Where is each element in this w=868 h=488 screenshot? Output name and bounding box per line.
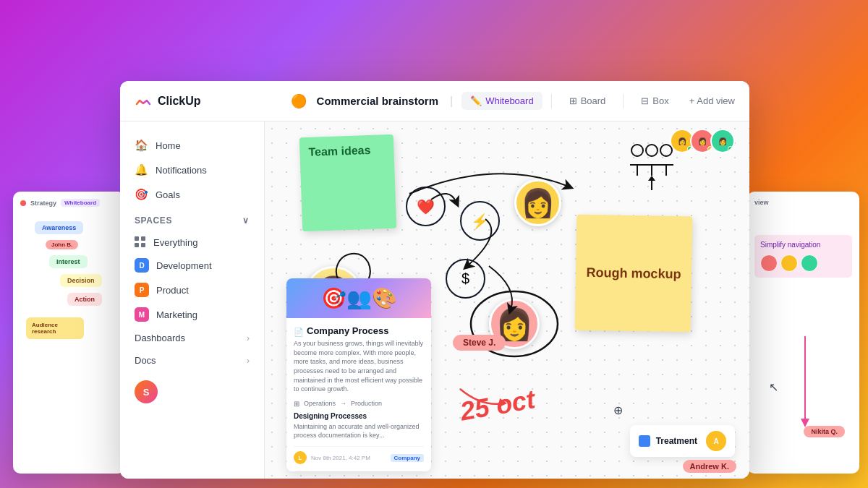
goals-icon: 🎯 (135, 188, 148, 201)
bg-window-left: Strategy Whiteboard Awareness John B. In… (13, 192, 125, 474)
user-avatar[interactable]: S (135, 380, 158, 403)
add-view-bg: view (754, 199, 769, 206)
topbar: ClickUp 🟠 Commercial brainstorm | ✏️ Whi… (120, 81, 749, 121)
spaces-chevron-icon: ∨ (242, 215, 250, 226)
sidebar-item-development[interactable]: D Development (120, 253, 264, 278)
nav-goals[interactable]: 🎯 Goals (120, 182, 264, 207)
sidebar-item-marketing[interactable]: M Marketing (120, 302, 264, 327)
spaces-header: Spaces ∨ (120, 207, 264, 231)
doc-date: Nov 8th 2021, 4:42 PM (311, 455, 370, 461)
sticky-yellow-label: Rough mockup (586, 265, 681, 281)
strategy-icon (20, 200, 26, 206)
flow-awareness: Awareness (35, 221, 83, 234)
treatment-icon (639, 435, 650, 447)
marketing-label: Marketing (156, 309, 197, 320)
whiteboard-icon: ✏️ (470, 95, 482, 106)
svg-point-1 (631, 145, 643, 156)
treatment-label: Treatment (656, 436, 697, 446)
circle-heart: ❤️ (406, 187, 446, 226)
flow-diagram: Awareness John B. Interest Decision Acti… (20, 221, 118, 339)
simplify-text: Simplify navigation (760, 241, 820, 249)
development-dot: D (135, 258, 149, 273)
flow-decision: Decision (60, 274, 102, 287)
tab-box[interactable]: ⊟ Box (632, 92, 677, 110)
nav-notifications[interactable]: 🔔 Notifications (120, 158, 264, 182)
dashboards-chevron-icon: › (247, 333, 250, 343)
tab-separator-1 (551, 94, 552, 108)
sidebar-dashboards[interactable]: Dashboards › (120, 327, 264, 349)
doc-title-row: 📄 Company Process (294, 325, 424, 339)
sticky-green-label: Team ideas (308, 144, 371, 158)
avatar-3: 👩 (710, 129, 735, 153)
topbar-divider: | (450, 95, 453, 108)
sticky-note-green: Team ideas (299, 134, 396, 231)
flow-action: Action (67, 293, 102, 306)
nav-notifications-label: Notifications (156, 165, 207, 176)
add-view-button[interactable]: + Add view (689, 95, 735, 106)
svg-marker-11 (648, 176, 655, 181)
table-icon: ⊞ (294, 400, 299, 408)
circle-dollar: $ (446, 259, 485, 299)
sidebar-item-product[interactable]: P Product (120, 278, 264, 302)
product-label: Product (156, 285, 189, 296)
sidebar-docs[interactable]: Docs › (120, 349, 264, 372)
tab-board-label: Board (581, 95, 606, 106)
everything-label: Everything (153, 237, 197, 248)
simplify-card: Simplify navigation (754, 235, 852, 278)
development-label: Development (156, 260, 212, 271)
doc-avatar: L (294, 451, 307, 464)
nikita-label: Nikita Q. (804, 426, 845, 437)
sidebar-item-everything[interactable]: Everything (120, 231, 264, 253)
andrew-label[interactable]: Andrew K. (683, 460, 736, 473)
people-icons-area (623, 136, 681, 197)
doc-title-icon: 📄 (294, 328, 304, 337)
canvas-area[interactable]: 👩 👩 👩 Team ideas Rough mockup (265, 121, 749, 479)
avatar-r2 (780, 254, 798, 272)
doc-card[interactable]: 🎯👥🎨 📄 Company Process As your business g… (286, 278, 431, 471)
cursor-icon: ↖ (769, 380, 778, 394)
main-window: ClickUp 🟠 Commercial brainstorm | ✏️ Whi… (120, 81, 749, 479)
right-avatar-group (760, 254, 846, 272)
doc-tag-from: Operations (304, 400, 336, 407)
doc-card-body: 📄 Company Process As your business grows… (286, 318, 431, 471)
arrow-icon: → (340, 400, 346, 407)
treatment-card[interactable]: Treatment A (630, 425, 735, 457)
tab-board[interactable]: ⊞ Board (561, 92, 615, 110)
svg-point-3 (660, 145, 672, 156)
topbar-title: Commercial brainstorm (317, 95, 438, 107)
avatar-r3 (801, 254, 818, 272)
spaces-label: Spaces (135, 215, 172, 226)
doc-company-badge: Company (391, 454, 424, 462)
doc-card-title: Company Process (307, 325, 388, 336)
sticky-note-yellow: Rough mockup (575, 215, 693, 333)
steve-label[interactable]: Steve J. (453, 335, 506, 351)
add-view-label: + Add view (689, 95, 735, 106)
tab-whiteboard[interactable]: ✏️ Whiteboard (461, 92, 542, 110)
doc-card-tags: ⊞ Operations → Production (294, 400, 424, 408)
people-group-svg (623, 136, 681, 194)
docs-chevron-icon: › (247, 356, 250, 366)
nav-home[interactable]: 🏠 Home (120, 133, 264, 158)
board-icon: ⊞ (569, 95, 577, 106)
doc-card-image: 🎯👥🎨 (286, 278, 431, 318)
doc-card-desc: As your business grows, things will inev… (294, 339, 424, 394)
grid-icon (135, 236, 146, 248)
tab-whiteboard-label: Whiteboard (485, 95, 533, 106)
cursor-move-icon: ⊕ (613, 403, 623, 417)
home-icon: 🏠 (135, 139, 148, 152)
nav-goals-label: Goals (156, 189, 180, 200)
treatment-avatar: A (706, 431, 726, 451)
clickup-logo-icon (135, 93, 152, 110)
person-photo-2: 👩 (514, 179, 561, 226)
box-icon: ⊟ (641, 95, 649, 106)
svg-point-2 (646, 145, 658, 156)
audience-note: Audience research (26, 317, 84, 339)
sidebar: 🏠 Home 🔔 Notifications 🎯 Goals Spaces ∨ (120, 121, 265, 479)
circle-zap: ⚡ (460, 201, 500, 241)
nav-home-label: Home (156, 140, 181, 151)
bell-icon: 🔔 (135, 163, 148, 176)
doc-section2-desc: Maintaining an accurate and well-organiz… (294, 422, 424, 440)
doc-tag-to: Production (351, 400, 382, 407)
marketing-dot: M (135, 307, 149, 322)
flow-interest: Interest (49, 255, 88, 268)
